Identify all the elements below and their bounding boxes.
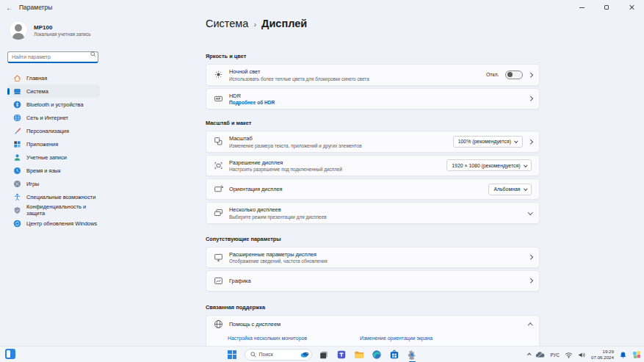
clock[interactable]: 19:29 07.06.2024 [591, 349, 614, 361]
scale-title: Масштаб [229, 135, 453, 142]
scale-dropdown[interactable]: 100% (рекомендуется) [453, 136, 523, 148]
sidebar-item-accessibility[interactable]: Специальные возможности [7, 190, 100, 203]
windows-logo-icon [228, 350, 236, 359]
sidebar-item-label: Приложения [26, 141, 58, 148]
orientation-dropdown[interactable]: Альбомная [488, 184, 532, 195]
sidebar-item-windows-update[interactable]: Центр обновления Windows [7, 217, 100, 230]
sidebar-item-label: Конфиденциальность и защита [26, 203, 100, 217]
microsoft-store-button[interactable] [389, 349, 400, 360]
bluetooth-icon [13, 101, 21, 109]
advanced-display-title: Расширенные параметры дисплея [229, 251, 529, 258]
chevron-down-icon [528, 210, 532, 214]
hdr-icon [214, 94, 223, 104]
settings-app-button[interactable] [407, 349, 418, 360]
chevron-right-icon [528, 255, 532, 259]
night-light-card[interactable]: Ночной свет Использовать более теплые цв… [206, 64, 540, 86]
taskbar-search-placeholder: Поиск [259, 352, 297, 357]
section-brightness-color: Яркость и цвет [206, 53, 540, 59]
search-highlight-icon [300, 350, 309, 359]
advanced-display-desc: Отображение сведений, частота обновления [229, 258, 529, 264]
orientation-card[interactable]: Ориентация дисплея Альбомная [206, 178, 540, 200]
notification-bell-icon[interactable] [619, 351, 627, 359]
chevron-right-icon [528, 278, 532, 283]
task-view-button[interactable] [319, 349, 330, 360]
settings-gear-icon [407, 350, 417, 360]
sidebar-item-label: Система [26, 88, 48, 95]
search-icon [250, 352, 256, 358]
multiple-displays-card[interactable]: Несколько дисплеев Выберите режим презен… [206, 202, 540, 224]
multiple-displays-title: Несколько дисплеев [229, 206, 529, 213]
sidebar-item-home[interactable]: Главная [7, 71, 100, 84]
start-button[interactable] [227, 349, 238, 360]
resolution-desc: Настроить разрешение под подключенный ди… [229, 167, 446, 172]
chevron-up-icon [528, 323, 532, 327]
account-type: Локальная учетная запись [34, 32, 91, 37]
volume-icon[interactable] [578, 352, 586, 358]
multiple-displays-desc: Выберите режим презентации для дисплеев [229, 214, 529, 220]
onedrive-icon[interactable] [535, 351, 545, 358]
resolution-card[interactable]: Разрешение дисплея Настроить разрешение … [206, 155, 540, 177]
account-card[interactable]: MP100 Локальная учетная запись [7, 19, 100, 47]
minimize-button[interactable] [569, 0, 594, 15]
advanced-display-icon [214, 253, 223, 262]
settings-nav: Главная Система Bluetooth и устройства С… [7, 71, 100, 230]
teams-icon [336, 350, 347, 360]
hdr-card[interactable]: HDR Подробнее об HDR [206, 88, 540, 110]
close-button[interactable] [619, 0, 644, 15]
sidebar-item-personalization[interactable]: Персонализация [7, 124, 100, 137]
time-language-icon [13, 167, 21, 175]
multiple-displays-icon [214, 208, 223, 217]
scale-card[interactable]: Масштаб Изменение размера текста, прилож… [206, 131, 540, 153]
chevron-right-icon [528, 73, 532, 77]
language-indicator[interactable]: РУС [550, 352, 560, 358]
chevron-right-icon [528, 140, 532, 144]
advanced-display-card[interactable]: Расширенные параметры дисплея Отображени… [206, 247, 540, 269]
widgets-icon[interactable] [5, 349, 15, 359]
section-related-settings: Сопутствующие параметры [206, 236, 540, 242]
file-explorer-button[interactable] [354, 349, 365, 360]
sidebar-item-label: Персонализация [26, 128, 69, 134]
sidebar-item-label: Игры [26, 181, 39, 187]
section-related-support: Связанная поддержка [206, 304, 540, 311]
breadcrumb: Система › Дисплей [206, 18, 540, 31]
system-icon [13, 87, 21, 95]
system-tray: РУС 19:29 07.06.2024 [528, 347, 641, 362]
link-setup-multiple-monitors[interactable]: Настройка нескольких мониторов [228, 336, 360, 341]
breadcrumb-system[interactable]: Система [206, 18, 248, 29]
taskbar-search[interactable]: Поиск [245, 349, 312, 361]
sidebar-item-label: Bluetooth и устройства [26, 101, 84, 108]
edge-icon [372, 350, 382, 360]
sidebar-item-system[interactable]: Система [7, 84, 100, 98]
wifi-icon[interactable] [565, 352, 573, 358]
taskbar: Поиск РУС 19:29 07.06.2024 [0, 346, 644, 362]
hdr-learn-more-link[interactable]: Подробнее об HDR [229, 100, 529, 105]
resolution-dropdown[interactable]: 1920 × 1080 (рекомендуется) [446, 159, 532, 171]
maximize-button[interactable] [594, 0, 619, 15]
scale-dropdown-value: 100% (рекомендуется) [458, 139, 511, 144]
close-icon [629, 4, 634, 10]
sidebar-item-time-language[interactable]: Время и язык [7, 164, 100, 177]
settings-search-input[interactable] [7, 51, 98, 63]
link-change-screen-orientation[interactable]: Изменение ориентации экрана [360, 336, 433, 341]
back-button[interactable]: ← [0, 0, 19, 15]
accessibility-icon [13, 193, 21, 201]
graphics-card[interactable]: Графика [206, 270, 540, 292]
edge-button[interactable] [372, 349, 383, 360]
sidebar-item-privacy[interactable]: Конфиденциальность и защита [7, 203, 100, 217]
sidebar: MP100 Локальная учетная запись Главная С… [7, 19, 100, 230]
teams-button[interactable] [336, 349, 347, 360]
sidebar-item-accounts[interactable]: Учетные записи [7, 151, 100, 164]
section-scale-layout: Масштаб и макет [206, 120, 540, 126]
main-content: Система › Дисплей Яркость и цвет Ночной … [206, 18, 540, 362]
sidebar-item-network[interactable]: Сеть и Интернет [7, 111, 100, 124]
minimize-icon [579, 7, 585, 8]
tray-time: 19:29 [591, 349, 614, 355]
colorful-widget-icon[interactable] [632, 350, 641, 359]
sidebar-item-bluetooth[interactable]: Bluetooth и устройства [7, 98, 100, 111]
night-light-toggle[interactable] [505, 70, 523, 79]
tray-overflow-icon[interactable] [527, 354, 531, 358]
sidebar-item-gaming[interactable]: Игры [7, 177, 100, 190]
sidebar-item-apps[interactable]: Приложения [7, 137, 100, 151]
search-icon [90, 51, 96, 57]
breadcrumb-separator: › [253, 20, 256, 29]
